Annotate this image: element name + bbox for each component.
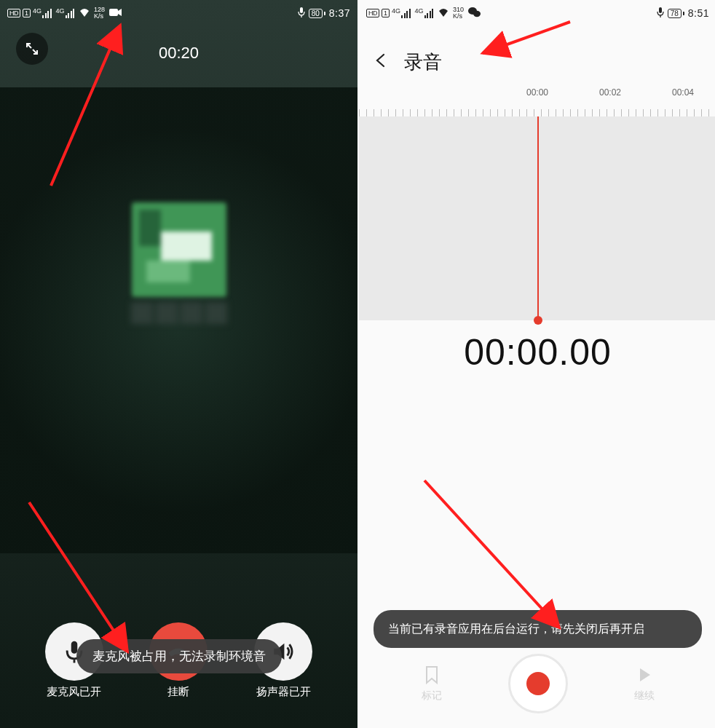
speaker-label: 扬声器已开 <box>256 685 311 699</box>
page-title: 录音 <box>404 50 442 75</box>
recorder-screen: HD 1 4G 4G 310K/s 78 8:51 录音 00:00 00:02… <box>358 0 715 728</box>
svg-rect-7 <box>659 7 662 13</box>
toast-message: 麦克风被占用，无法录制环境音 <box>76 639 282 673</box>
status-bar: HD 1 4G 4G 128K/s 80 8:37 <box>0 0 358 23</box>
call-timer: 00:20 <box>0 44 358 63</box>
battery-icon: 80 <box>309 9 325 18</box>
ruler-tick-label: 00:04 <box>672 87 694 98</box>
mute-label: 麦克风已开 <box>47 685 101 699</box>
contact-avatar <box>132 202 226 297</box>
play-icon <box>636 665 652 687</box>
status-bar: HD 1 4G 4G 310K/s 78 8:51 <box>359 0 715 23</box>
network-4g-label-2: 4G <box>415 8 424 15</box>
clock: 8:37 <box>329 7 350 19</box>
svg-point-6 <box>473 10 481 16</box>
net-speed: 128K/s <box>94 7 105 20</box>
back-button[interactable] <box>374 51 395 74</box>
contact-name-blurred <box>130 302 229 329</box>
svg-line-9 <box>424 480 559 628</box>
svg-rect-0 <box>109 9 118 16</box>
toast-message: 当前已有录音应用在后台运行，请先关闭后再开启 <box>374 610 702 648</box>
call-screen: HD 1 4G 4G 128K/s 80 8:37 00:20 麦克风已开 <box>0 0 358 728</box>
header: 录音 <box>359 40 715 84</box>
record-button[interactable] <box>508 654 568 713</box>
recorder-controls: 标记 继续 <box>359 654 715 713</box>
network-4g-label-2: 4G <box>56 8 65 15</box>
mark-label: 标记 <box>422 689 442 703</box>
wifi-icon <box>79 8 90 19</box>
net-speed: 310K/s <box>453 7 464 20</box>
bookmark-icon <box>424 665 440 687</box>
wifi-icon <box>438 8 449 19</box>
camera-icon <box>109 8 122 19</box>
continue-button[interactable]: 继续 <box>634 665 655 703</box>
ruler-tick-label: 00:02 <box>599 87 621 98</box>
wechat-icon <box>468 7 481 20</box>
record-dot-icon <box>526 672 550 695</box>
sim-icon: 1 <box>23 9 31 17</box>
mark-button[interactable]: 标记 <box>422 665 442 703</box>
signal-icon-2 <box>424 9 434 18</box>
time-ruler: 00:00 00:02 00:04 <box>359 87 715 116</box>
hd-icon: HD <box>366 9 379 17</box>
battery-icon: 78 <box>668 9 684 18</box>
svg-rect-1 <box>300 7 303 13</box>
signal-icon <box>401 9 411 18</box>
signal-icon-2 <box>66 9 75 18</box>
sim-icon: 1 <box>382 9 390 17</box>
hd-icon: HD <box>7 9 20 17</box>
continue-label: 继续 <box>634 689 655 703</box>
record-timer: 00:00.00 <box>359 331 715 373</box>
hangup-label: 挂断 <box>167 685 189 699</box>
mic-icon <box>657 7 664 20</box>
signal-icon <box>42 9 52 18</box>
network-4g-label: 4G <box>33 8 42 15</box>
clock: 8:51 <box>688 7 709 19</box>
playhead-needle <box>537 116 539 320</box>
network-4g-label: 4G <box>392 8 400 15</box>
ruler-tick-label: 00:00 <box>526 87 548 98</box>
mic-icon <box>298 7 305 20</box>
